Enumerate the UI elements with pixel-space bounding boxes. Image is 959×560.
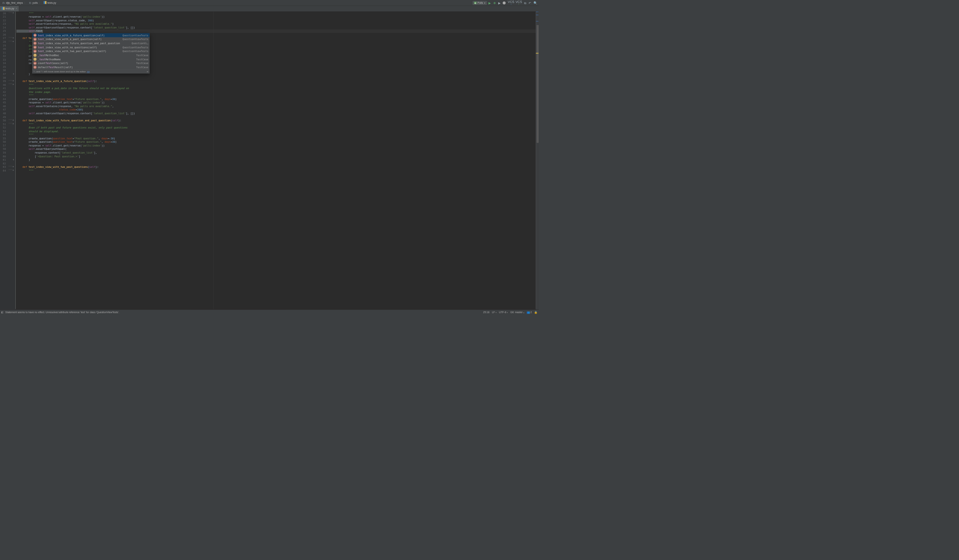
gutter-row[interactable] bbox=[7, 151, 16, 155]
pi-icon[interactable]: π bbox=[147, 70, 148, 73]
gutter-row[interactable] bbox=[7, 51, 16, 55]
tab-tests-py[interactable]: tests.py × bbox=[0, 6, 19, 12]
line-number[interactable]: 37 bbox=[0, 72, 6, 76]
gutter-row[interactable] bbox=[7, 105, 16, 108]
search-icon[interactable]: 🔍 bbox=[534, 1, 538, 5]
gutter-row[interactable] bbox=[7, 37, 16, 40]
gutter-row[interactable] bbox=[7, 111, 16, 115]
code-line[interactable]: def test_index_view_with_a_future_questi… bbox=[16, 80, 536, 83]
completion-item[interactable]: mcountTestCases(self)TestCase bbox=[32, 61, 150, 65]
line-number[interactable]: 31 bbox=[0, 51, 6, 55]
line-number[interactable]: 33 bbox=[0, 58, 6, 62]
gutter-row[interactable] bbox=[7, 44, 16, 48]
gutter-row[interactable] bbox=[7, 115, 16, 119]
line-number[interactable]: 38 bbox=[0, 76, 6, 80]
breadcrumb[interactable]: 🗀djtp_first_steps〉🗀polls〉tests.py bbox=[1, 1, 57, 5]
line-number[interactable]: 32 bbox=[0, 54, 6, 58]
line-number[interactable]: 28 bbox=[0, 40, 6, 44]
fold-end-icon[interactable] bbox=[12, 159, 14, 161]
gutter-row[interactable] bbox=[7, 94, 16, 98]
caret-position[interactable]: 25:18 bbox=[483, 310, 490, 313]
completion-popup[interactable]: mtest_index_view_with_a_future_question(… bbox=[32, 33, 150, 73]
fold-icon[interactable] bbox=[12, 80, 14, 82]
code-line[interactable]: """ bbox=[16, 134, 536, 137]
line-number[interactable]: 58 bbox=[0, 148, 6, 151]
line-sep-selector[interactable]: LF bbox=[492, 310, 496, 313]
debug-icon[interactable]: ❉ bbox=[493, 1, 496, 5]
code-line[interactable]: create_question(question_text="Past ques… bbox=[16, 137, 536, 140]
line-number[interactable]: 47 bbox=[0, 108, 6, 112]
completion-item[interactable]: f_testMethodNameTestCase bbox=[32, 57, 150, 61]
gutter-row[interactable] bbox=[7, 119, 16, 123]
gutter-row[interactable] bbox=[7, 134, 16, 137]
gutter-row[interactable] bbox=[7, 33, 16, 37]
gutter-row[interactable] bbox=[7, 54, 16, 58]
git-branch-selector[interactable]: Git: master bbox=[510, 310, 524, 313]
gutter-row[interactable] bbox=[7, 158, 16, 162]
gutter-row[interactable] bbox=[7, 126, 16, 130]
completion-link[interactable]: >> bbox=[87, 70, 89, 73]
code-line[interactable]: def test_index_view_with_two_past_questi… bbox=[16, 165, 536, 169]
code-line[interactable]: Even if both past and future questions e… bbox=[16, 126, 536, 130]
completion-item[interactable]: f_testMethodDocTestCase bbox=[32, 53, 150, 57]
code-line[interactable]: response.context['latest_question_list']… bbox=[16, 151, 536, 155]
fold-icon[interactable] bbox=[12, 84, 14, 86]
line-number[interactable]: 22 bbox=[0, 19, 6, 22]
line-number[interactable]: 43 bbox=[0, 94, 6, 98]
gutter-row[interactable] bbox=[7, 62, 16, 65]
code-line[interactable]: response = self.client.get(reverse('poll… bbox=[16, 101, 536, 105]
gutter-row[interactable] bbox=[7, 26, 16, 30]
gutter-row[interactable] bbox=[7, 101, 16, 105]
code-editor[interactable]: """ response = self.client.get(reverse('… bbox=[16, 12, 536, 309]
code-line[interactable]: create_question(question_text="Future qu… bbox=[16, 140, 536, 144]
line-number[interactable]: 26 bbox=[0, 33, 6, 37]
line-number[interactable]: 40 bbox=[0, 83, 6, 87]
gutter-row[interactable] bbox=[7, 65, 16, 69]
gutter-row[interactable] bbox=[7, 137, 16, 140]
code-line[interactable]: """ bbox=[16, 94, 536, 98]
line-number[interactable]: 52 bbox=[0, 126, 6, 130]
line-number[interactable]: 61 bbox=[0, 158, 6, 162]
line-number[interactable]: 45 bbox=[0, 101, 6, 105]
code-line[interactable]: status_code=200) bbox=[16, 108, 536, 112]
gutter-row[interactable] bbox=[7, 140, 16, 144]
line-number[interactable]: 30 bbox=[0, 47, 6, 51]
line-number[interactable]: 39 bbox=[0, 80, 6, 83]
lock-icon[interactable]: 🔒 bbox=[534, 310, 537, 313]
fold-end-icon[interactable] bbox=[12, 73, 14, 75]
run-config-selector[interactable]: dj Polls ▼ bbox=[472, 1, 487, 5]
fold-icon[interactable] bbox=[12, 37, 14, 39]
tool-windows-icon[interactable]: ◧ bbox=[1, 310, 3, 313]
gutter-row[interactable] bbox=[7, 83, 16, 87]
code-line[interactable]: """ bbox=[16, 123, 536, 126]
gutter-row[interactable] bbox=[7, 155, 16, 158]
line-number[interactable]: 62 bbox=[0, 162, 6, 165]
fold-icon[interactable] bbox=[12, 170, 14, 172]
code-line[interactable]: Questions with a pub_date in the future … bbox=[16, 86, 536, 90]
gutter-row[interactable] bbox=[7, 169, 16, 173]
code-line[interactable] bbox=[16, 76, 536, 80]
fold-icon[interactable] bbox=[12, 123, 14, 125]
gutter-row[interactable] bbox=[7, 144, 16, 148]
close-icon[interactable]: × bbox=[16, 7, 17, 10]
gutter-row[interactable] bbox=[7, 90, 16, 94]
gutter-row[interactable] bbox=[7, 69, 16, 73]
line-number[interactable]: 24 bbox=[0, 26, 6, 30]
line-number[interactable]: 53 bbox=[0, 130, 6, 134]
code-line[interactable]: the index page. bbox=[16, 90, 536, 94]
fold-icon[interactable] bbox=[12, 41, 14, 43]
gutter-row[interactable] bbox=[7, 58, 16, 62]
line-number[interactable]: 20 bbox=[0, 12, 6, 15]
line-number[interactable]: 35 bbox=[0, 65, 6, 69]
gutter-row[interactable] bbox=[7, 162, 16, 165]
code-line[interactable]: response = self.client.get(reverse('poll… bbox=[16, 15, 536, 19]
line-number[interactable]: 57 bbox=[0, 144, 6, 148]
code-line[interactable]: ) bbox=[16, 158, 536, 162]
completion-item[interactable]: mtest_index_view_with_no_questions(self)… bbox=[32, 45, 150, 49]
code-line[interactable] bbox=[16, 162, 536, 165]
gutter-row[interactable] bbox=[7, 123, 16, 126]
code-line[interactable]: self.assertEqual(response.status_code, 2… bbox=[16, 19, 536, 22]
gutter-row[interactable] bbox=[7, 30, 16, 33]
line-number[interactable]: 48 bbox=[0, 111, 6, 115]
line-number[interactable]: 56 bbox=[0, 140, 6, 144]
